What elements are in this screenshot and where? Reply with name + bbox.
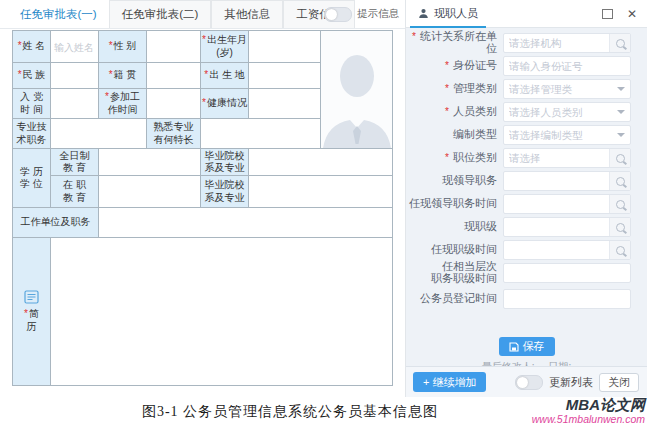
- search-icon[interactable]: [609, 195, 630, 213]
- name-input[interactable]: [53, 42, 98, 53]
- resume-label-cell: *简 历: [13, 238, 51, 386]
- onjob-edu-value-cell[interactable]: [99, 176, 201, 208]
- field-row-equivalent-rank-time: 任相当层次 职务职级时间: [406, 263, 647, 283]
- field-row-current-rank: 现职级: [406, 217, 647, 237]
- resume-label: *简 历: [24, 308, 39, 333]
- college-fulltime-value-cell[interactable]: [249, 149, 393, 176]
- save-button[interactable]: 保存: [499, 337, 555, 356]
- gender-value-cell[interactable]: [147, 31, 201, 63]
- native-place-label: *籍 贯: [99, 63, 147, 89]
- app-window: 任免审批表(一) 任免审批表(二) 其他信息 工资信息 提示信息 *姓 名 *性…: [0, 0, 647, 430]
- person-category-select[interactable]: [503, 102, 631, 122]
- gender-label: *性 别: [99, 31, 147, 63]
- close-icon[interactable]: ✕: [627, 8, 637, 20]
- tech-title-value-cell[interactable]: [51, 119, 147, 149]
- current-rank-time-input[interactable]: [504, 244, 609, 256]
- establishment-type-input[interactable]: [504, 129, 612, 141]
- equivalent-rank-time-field[interactable]: [503, 263, 631, 283]
- birthplace-value-cell[interactable]: [249, 63, 321, 89]
- leader-post-input[interactable]: [504, 175, 609, 187]
- field-row-leader-post: 现领导职务: [406, 171, 647, 191]
- college-onjob-value-cell[interactable]: [249, 176, 393, 208]
- specialty-value-cell[interactable]: [201, 119, 321, 149]
- watermark-url: www.51mbalunwen.com: [532, 414, 645, 426]
- current-rank-input[interactable]: [504, 221, 609, 233]
- current-rank-label: 现职级: [406, 221, 503, 233]
- health-value-cell[interactable]: [249, 89, 321, 119]
- photo-placeholder[interactable]: [321, 31, 393, 149]
- panel-body: * 统计关系所在单位 * 身份证号 * 管理类别: [406, 28, 647, 397]
- window-controls: ✕: [602, 0, 637, 28]
- search-icon[interactable]: [609, 34, 630, 52]
- unit-input[interactable]: [504, 37, 609, 49]
- figure-caption: 图3-1 公务员管理信息系统公务员基本信息图: [0, 403, 580, 421]
- registration-time-input[interactable]: [504, 293, 630, 305]
- birth-date-value-cell[interactable]: [249, 31, 321, 63]
- tab-other-info[interactable]: 其他信息: [211, 0, 283, 28]
- registration-time-field[interactable]: [503, 289, 631, 309]
- tab-appointment-form-1[interactable]: 任免审批表(一): [8, 0, 109, 28]
- work-unit-value-cell[interactable]: [99, 208, 393, 238]
- name-input-cell[interactable]: [51, 31, 99, 63]
- leader-post-time-input[interactable]: [504, 198, 609, 210]
- person-category-input[interactable]: [504, 106, 612, 118]
- leader-post-time-field[interactable]: [503, 194, 631, 214]
- field-row-person-category: * 人员类别: [406, 102, 647, 122]
- position-category-field[interactable]: [503, 148, 631, 168]
- current-rank-time-field[interactable]: [503, 240, 631, 260]
- leader-post-time-label: 任现领导职务时间: [406, 198, 503, 210]
- name-label: *姓 名: [13, 31, 51, 63]
- id-number-field[interactable]: [503, 56, 631, 76]
- tab-appointment-form-2[interactable]: 任免审批表(二): [109, 0, 212, 28]
- leader-post-field[interactable]: [503, 171, 631, 191]
- continue-add-button[interactable]: + 继续增加: [413, 372, 486, 392]
- search-icon[interactable]: [609, 218, 630, 236]
- close-panel-button[interactable]: 关闭: [599, 373, 639, 392]
- equivalent-rank-time-input[interactable]: [504, 267, 630, 279]
- tip-toggle-label: 提示信息: [357, 7, 399, 21]
- registration-time-label: 公务员登记时间: [406, 293, 503, 305]
- maximize-icon[interactable]: [602, 9, 613, 19]
- unit-field[interactable]: [503, 33, 631, 53]
- ethnicity-value-cell[interactable]: [51, 63, 99, 89]
- position-category-label: * 职位类别: [406, 152, 503, 164]
- field-row-id-number: * 身份证号: [406, 56, 647, 76]
- chevron-down-icon[interactable]: [612, 133, 630, 137]
- party-time-value-cell[interactable]: [51, 89, 99, 119]
- panel-tab-current-staff[interactable]: 现职人员: [410, 0, 486, 28]
- work-unit-label: 工作单位及职务: [13, 208, 99, 238]
- native-place-value-cell[interactable]: [147, 63, 201, 89]
- tip-info-toggle[interactable]: 提示信息: [324, 0, 399, 28]
- field-row-mgmt-category: * 管理类别: [406, 79, 647, 99]
- toggle-off-icon[interactable]: [324, 7, 352, 22]
- current-staff-panel: 现职人员 ✕ * 统计关系所在单位 * 身份证号: [405, 0, 647, 397]
- avatar: [321, 32, 393, 148]
- id-number-input[interactable]: [504, 60, 630, 72]
- mgmt-category-select[interactable]: [503, 79, 631, 99]
- search-icon[interactable]: [609, 241, 630, 259]
- position-category-input[interactable]: [504, 152, 609, 164]
- panel-title: 现职人员: [434, 6, 478, 21]
- specialty-label: 熟悉专业 有何特长: [147, 119, 201, 149]
- refresh-list-toggle[interactable]: [515, 375, 543, 390]
- mgmt-category-label: * 管理类别: [406, 83, 503, 95]
- establishment-type-select[interactable]: [503, 125, 631, 145]
- panel-header: 现职人员 ✕: [406, 0, 647, 28]
- search-icon[interactable]: [609, 172, 630, 190]
- current-rank-time-label: 任现职级时间: [406, 244, 503, 256]
- field-row-leader-post-time: 任现领导职务时间: [406, 194, 647, 214]
- chevron-down-icon[interactable]: [612, 110, 630, 114]
- education-label: 学 历 学 位: [13, 149, 51, 208]
- current-rank-field[interactable]: [503, 217, 631, 237]
- person-icon: [418, 8, 429, 19]
- health-label: *健康情况: [201, 89, 249, 119]
- field-row-current-rank-time: 任现职级时间: [406, 240, 647, 260]
- mgmt-category-input[interactable]: [504, 83, 612, 95]
- field-row-establishment-type: 编制类型: [406, 125, 647, 145]
- fulltime-edu-value-cell[interactable]: [99, 149, 201, 176]
- person-category-label: * 人员类别: [406, 106, 503, 118]
- resume-text-area[interactable]: [51, 238, 393, 386]
- work-start-value-cell[interactable]: [147, 89, 201, 119]
- search-icon[interactable]: [609, 149, 630, 167]
- chevron-down-icon[interactable]: [612, 87, 630, 91]
